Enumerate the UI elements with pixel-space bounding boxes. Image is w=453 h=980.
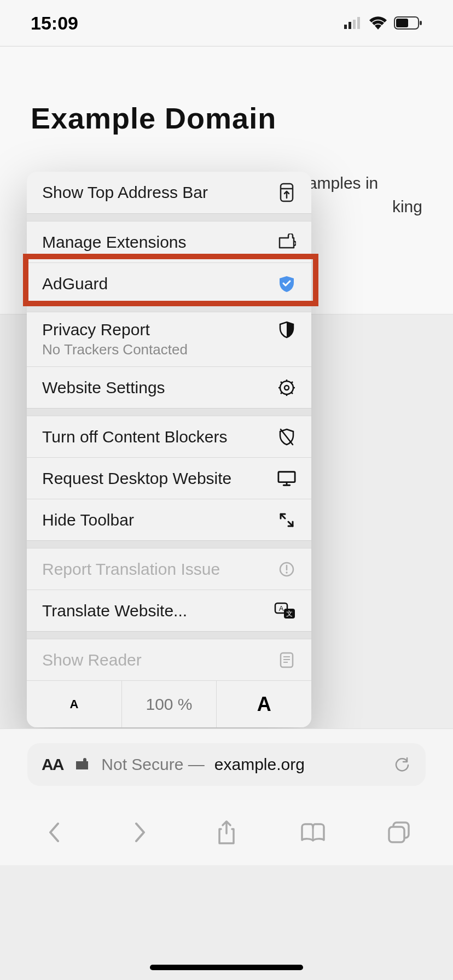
desktop-icon	[277, 469, 296, 488]
menu-label: Translate Website...	[42, 602, 187, 620]
arrow-up-box-icon	[277, 183, 296, 202]
status-icons	[344, 14, 422, 32]
cellular-icon	[344, 14, 362, 32]
svg-point-27	[286, 571, 287, 573]
menu-separator	[27, 408, 311, 416]
menu-sublabel: No Trackers Contacted	[42, 341, 296, 358]
menu-adguard[interactable]: AdGuard	[27, 262, 311, 304]
menu-label: Turn off Content Blockers	[42, 428, 228, 446]
shield-half-icon	[277, 320, 296, 339]
svg-rect-6	[420, 21, 422, 25]
bottom-toolbar	[0, 800, 453, 865]
menu-label: Website Settings	[42, 378, 165, 397]
menu-separator	[27, 213, 311, 221]
menu-privacy-report[interactable]: Privacy Report No Trackers Contacted	[27, 312, 311, 366]
page-title: Example Domain	[31, 101, 422, 135]
menu-label: Manage Extensions	[42, 233, 187, 252]
zoom-out-button[interactable]: A	[27, 681, 122, 727]
translate-icon: A文	[274, 602, 296, 620]
menu-label: Show Top Address Bar	[42, 183, 208, 202]
home-indicator[interactable]	[150, 965, 303, 970]
svg-line-17	[281, 392, 282, 394]
menu-label: Show Reader	[42, 651, 142, 669]
svg-rect-3	[357, 17, 360, 29]
battery-icon	[394, 14, 422, 32]
menu-label: Request Desktop Website	[42, 469, 231, 488]
menu-website-settings[interactable]: Website Settings	[27, 366, 311, 408]
menu-manage-extensions[interactable]: Manage Extensions	[27, 221, 311, 262]
svg-rect-1	[349, 22, 351, 29]
svg-rect-2	[353, 20, 356, 29]
status-time: 15:09	[31, 13, 78, 34]
menu-report-translation-issue: Report Translation Issue	[27, 548, 311, 590]
expand-arrows-icon	[277, 511, 296, 529]
menu-separator	[27, 631, 311, 639]
aa-menu: Show Top Address Bar Manage Extensions A…	[27, 172, 311, 727]
url-host: example.org	[214, 755, 305, 774]
zoom-percentage[interactable]: 100 %	[122, 681, 217, 727]
menu-label: Privacy Report	[42, 320, 150, 339]
tabs-button[interactable]	[384, 818, 414, 847]
puzzle-icon	[277, 233, 296, 252]
status-bar: 15:09	[0, 0, 453, 46]
reload-icon[interactable]	[393, 755, 411, 774]
svg-text:A: A	[279, 604, 284, 612]
page-peek-text: king	[392, 197, 422, 216]
menu-request-desktop-website[interactable]: Request Desktop Website	[27, 457, 311, 499]
bookmarks-button[interactable]	[298, 818, 328, 847]
svg-line-15	[281, 382, 282, 383]
svg-rect-20	[278, 471, 295, 482]
menu-label: Hide Toolbar	[42, 511, 134, 529]
reader-icon	[277, 651, 296, 669]
not-secure-label: Not Secure —	[101, 755, 204, 774]
menu-show-top-address-bar[interactable]: Show Top Address Bar	[27, 172, 311, 213]
forward-button[interactable]	[125, 818, 155, 847]
wifi-icon	[369, 14, 387, 32]
extension-badge-icon[interactable]	[73, 755, 91, 774]
gear-icon	[277, 378, 296, 397]
aa-button[interactable]: AA	[42, 755, 63, 774]
menu-translate-website[interactable]: Translate Website... A文	[27, 590, 311, 631]
svg-line-16	[291, 392, 293, 394]
menu-separator	[27, 304, 311, 312]
menu-turn-off-content-blockers[interactable]: Turn off Content Blockers	[27, 416, 311, 457]
zoom-in-button[interactable]: A	[217, 681, 311, 727]
svg-point-10	[284, 386, 289, 390]
menu-label: Report Translation Issue	[42, 560, 220, 579]
menu-show-reader: Show Reader	[27, 639, 311, 680]
svg-rect-5	[396, 19, 408, 27]
shield-slash-icon	[277, 428, 296, 446]
svg-text:文: 文	[286, 610, 293, 617]
svg-line-18	[291, 382, 293, 383]
address-bar-area: AA Not Secure — example.org	[0, 728, 453, 800]
menu-separator	[27, 540, 311, 548]
shield-check-icon	[277, 275, 296, 293]
back-button[interactable]	[39, 818, 69, 847]
exclamation-circle-icon	[277, 560, 296, 579]
zoom-row: A 100 % A	[27, 680, 311, 727]
svg-rect-38	[389, 827, 404, 842]
share-button[interactable]	[212, 818, 241, 847]
menu-label: AdGuard	[42, 275, 108, 293]
menu-hide-toolbar[interactable]: Hide Toolbar	[27, 499, 311, 540]
address-bar[interactable]: AA Not Secure — example.org	[27, 743, 426, 786]
svg-rect-0	[344, 25, 347, 29]
